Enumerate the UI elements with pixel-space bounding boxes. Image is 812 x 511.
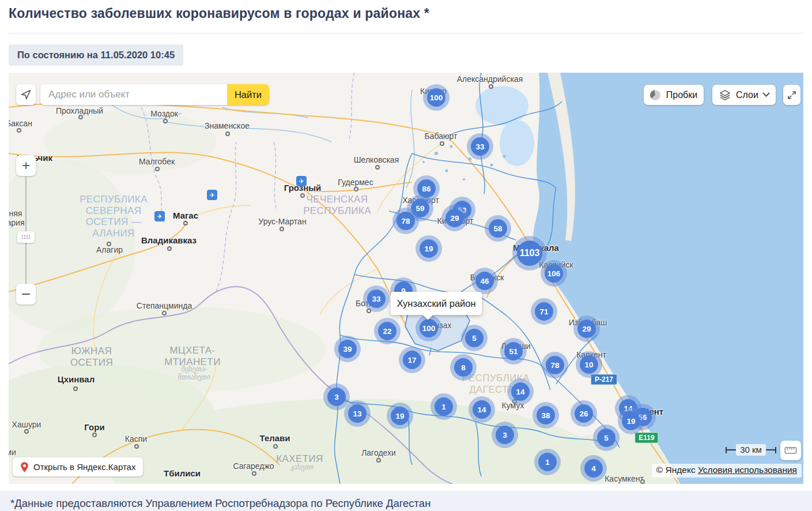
marker-count: 8 <box>454 358 473 377</box>
zoom-slider-track[interactable] <box>25 176 27 284</box>
place-dot <box>162 311 167 315</box>
updated-badge: По состоянию на 11.05.2020 10:45 <box>9 44 183 66</box>
marker-count: 26 <box>575 404 593 423</box>
slider-grip-icon <box>21 235 31 239</box>
place-dot <box>78 115 83 119</box>
map-marker[interactable]: 78 <box>542 352 568 378</box>
map-marker[interactable]: 1103 <box>512 236 547 270</box>
map-marker[interactable]: 71 <box>531 298 557 325</box>
marker-count: 33 <box>367 290 386 308</box>
airport-icon: ✈ <box>154 211 165 221</box>
page-title: Количество заболевших коронавирусом в го… <box>9 6 803 21</box>
map-marker[interactable]: 100 <box>423 84 450 111</box>
map-marker[interactable]: 14 <box>507 378 534 405</box>
place-dot <box>280 227 284 231</box>
zoom-in-button[interactable]: + <box>16 155 36 176</box>
search-button[interactable]: Найти <box>227 84 269 105</box>
fullscreen-button[interactable] <box>783 85 800 105</box>
map-marker[interactable]: 106 <box>541 260 567 287</box>
map-marker[interactable]: 19 <box>387 403 413 429</box>
place-dot <box>155 167 160 171</box>
place-dot <box>225 131 230 136</box>
place-dot <box>252 471 256 476</box>
map-marker[interactable]: 5 <box>593 424 620 451</box>
traffic-label: Пробки <box>666 90 697 100</box>
place-dot <box>163 119 168 123</box>
map-marker[interactable]: 26 <box>571 400 597 427</box>
marker-count: 33 <box>471 137 489 156</box>
layers-button[interactable]: Слои <box>712 85 776 105</box>
airport-icon: ✈ <box>296 176 307 186</box>
page-header: Количество заболевших коронавирусом в го… <box>0 0 812 66</box>
ruler-button[interactable] <box>780 441 801 460</box>
open-in-yandex-label: Открыть в Яндекс.Картах <box>33 462 135 472</box>
map-marker[interactable]: 4 <box>580 455 607 482</box>
map-marker[interactable]: 78 <box>392 208 419 234</box>
geolocation-button[interactable] <box>16 84 36 105</box>
map-marker[interactable]: 39 <box>334 336 361 362</box>
map-marker[interactable]: 3 <box>492 422 518 448</box>
place-dot <box>375 165 380 170</box>
map-marker[interactable]: 29 <box>441 205 468 231</box>
place-dot <box>300 193 305 198</box>
map-marker[interactable]: 8 <box>450 354 477 381</box>
map-marker[interactable]: 51 <box>500 338 527 365</box>
marker-count: 1 <box>435 397 453 416</box>
place-dot <box>17 128 21 133</box>
place-dot <box>24 429 29 434</box>
map-marker[interactable]: 29 <box>573 315 600 342</box>
marker-count: 100 <box>420 319 438 337</box>
yandex-map[interactable]: ПрохладныйМоздокЗнаменскоеМалгобекШелков… <box>9 73 803 484</box>
footnote-text: *Данные предоставляются Управлением Росп… <box>10 497 430 510</box>
marker-count: 4 <box>584 459 603 478</box>
ruler-icon <box>784 446 797 454</box>
place-dot <box>92 433 97 437</box>
map-marker[interactable]: 19 <box>618 408 644 434</box>
search-box[interactable]: Найти <box>40 84 269 105</box>
marker-count: 19 <box>391 407 409 425</box>
scale-bar: 30 км <box>726 444 776 456</box>
scale-label: 30 км <box>736 444 766 456</box>
marker-count: 3 <box>496 426 514 444</box>
map-marker[interactable]: 38 <box>532 402 559 429</box>
place-dot <box>489 84 493 89</box>
marker-count: 1 <box>538 453 557 471</box>
map-marker[interactable]: 19 <box>416 235 442 262</box>
terms-of-use-link[interactable]: Условия использования <box>698 465 797 475</box>
district-tooltip: Хунзахский район <box>391 292 482 315</box>
marker-count: 5 <box>597 429 615 447</box>
chevron-down-icon <box>762 89 770 97</box>
traffic-button[interactable]: Пробки <box>644 85 704 105</box>
marker-count: 29 <box>577 320 596 338</box>
map-marker[interactable]: 33 <box>467 133 493 160</box>
marker-count: 29 <box>445 209 464 227</box>
traffic-icon <box>650 90 660 100</box>
marker-count: 5 <box>465 329 484 347</box>
zoom-slider-handle[interactable] <box>17 231 35 243</box>
map-marker[interactable]: 22 <box>374 318 401 344</box>
map-marker[interactable]: 10 <box>576 351 602 378</box>
layers-label: Слои <box>736 90 758 100</box>
marker-count: 13 <box>348 404 367 423</box>
fullscreen-icon <box>787 90 797 100</box>
zoom-out-button[interactable]: − <box>16 284 36 305</box>
map-pin-icon <box>20 461 29 473</box>
open-in-yandex-button[interactable]: Открыть в Яндекс.Картах <box>13 457 143 476</box>
map-marker[interactable]: 46 <box>471 268 498 294</box>
map-marker[interactable]: 5 <box>461 325 488 351</box>
map-marker[interactable]: 1 <box>534 449 561 475</box>
search-input[interactable] <box>40 84 227 105</box>
map-marker[interactable]: 33 <box>363 285 390 312</box>
district-tooltip-text: Хунзахский район <box>396 298 475 309</box>
marker-count: 38 <box>537 406 555 424</box>
map-marker[interactable]: 13 <box>344 400 371 427</box>
page-footer: *Данные предоставляются Управлением Росп… <box>0 491 812 511</box>
marker-count: 46 <box>475 272 494 290</box>
scale-line-left <box>727 449 736 450</box>
map-marker[interactable]: 14 <box>469 396 495 423</box>
map-marker[interactable]: 17 <box>399 347 425 373</box>
map-marker[interactable]: 1 <box>430 393 457 420</box>
place-dot <box>107 242 111 246</box>
map-marker[interactable]: 58 <box>485 215 511 242</box>
marker-count: 19 <box>420 239 438 258</box>
